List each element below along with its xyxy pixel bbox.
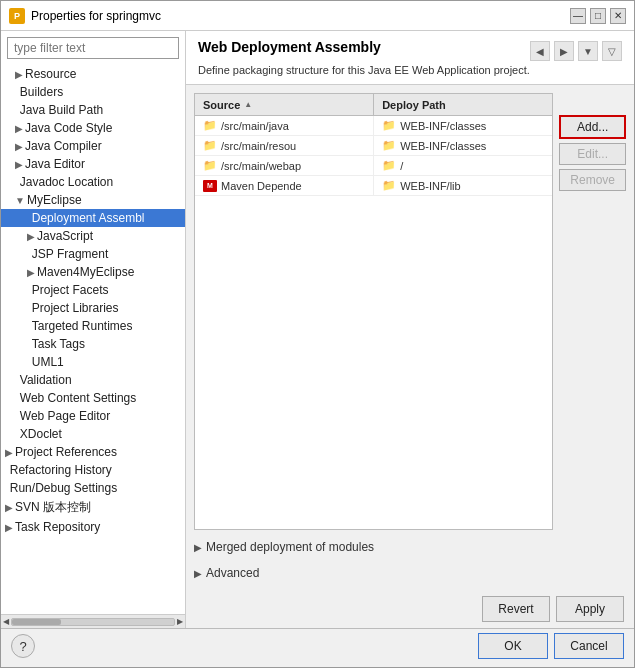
expand-arrow xyxy=(5,483,8,494)
maximize-button[interactable]: □ xyxy=(590,8,606,24)
panel-description: Define packaging structure for this Java… xyxy=(198,63,622,78)
expand-arrow xyxy=(5,465,8,476)
expand-arrow xyxy=(27,339,30,350)
sidebar-item-javadoc-location[interactable]: Javadoc Location xyxy=(1,173,185,191)
sidebar-item-label: Java Compiler xyxy=(25,139,102,153)
collapsed-arrow: ▶ xyxy=(194,542,202,553)
remove-button[interactable]: Remove xyxy=(559,169,626,191)
deploy-cell: 📁 WEB-INF/classes xyxy=(374,116,552,135)
help-button[interactable]: ? xyxy=(11,634,35,658)
expand-arrow xyxy=(15,105,18,116)
filter-input[interactable] xyxy=(7,37,179,59)
deploy-cell: 📁 / xyxy=(374,156,552,175)
deploy-path-column-header: Deploy Path xyxy=(374,94,552,115)
sidebar-item-refactoring-history[interactable]: Refactoring History xyxy=(1,461,185,479)
deployment-table: Source ▲ Deploy Path 📁 xyxy=(194,93,553,530)
sidebar-item-java-compiler[interactable]: ▶ Java Compiler xyxy=(1,137,185,155)
forward-button[interactable]: ▶ xyxy=(554,41,574,61)
left-panel: ▶ Resource Builders Java Build Path ▶ Ja… xyxy=(1,31,186,628)
merged-deployment-section[interactable]: ▶ Merged deployment of modules xyxy=(194,538,626,556)
scroll-right-arrow[interactable]: ▶ xyxy=(177,617,183,626)
sidebar-item-task-tags[interactable]: Task Tags xyxy=(1,335,185,353)
merged-deployment-label: Merged deployment of modules xyxy=(206,540,374,554)
dropdown-button[interactable]: ▽ xyxy=(602,41,622,61)
sidebar-item-project-libraries[interactable]: Project Libraries xyxy=(1,299,185,317)
expand-arrow xyxy=(15,87,18,98)
title-bar-controls: — □ ✕ xyxy=(570,8,626,24)
ok-button[interactable]: OK xyxy=(478,633,548,659)
table-row[interactable]: 📁 /src/main/resou 📁 WEB-INF/classes xyxy=(195,136,552,156)
bottom-buttons: Revert Apply xyxy=(186,590,634,628)
down-button[interactable]: ▼ xyxy=(578,41,598,61)
sidebar-item-jsp-fragment[interactable]: JSP Fragment xyxy=(1,245,185,263)
right-header: Web Deployment Assembly ◀ ▶ ▼ ▽ Define p… xyxy=(186,31,634,85)
sidebar-item-label: JSP Fragment xyxy=(32,247,108,261)
apply-button[interactable]: Apply xyxy=(556,596,624,622)
advanced-label: Advanced xyxy=(206,566,259,580)
expand-arrow: ▶ xyxy=(5,522,13,533)
sidebar-item-web-content-settings[interactable]: Web Content Settings xyxy=(1,389,185,407)
sidebar-item-project-references[interactable]: ▶ Project References xyxy=(1,443,185,461)
expand-arrow xyxy=(27,213,30,224)
sidebar-item-validation[interactable]: Validation xyxy=(1,371,185,389)
sidebar-item-label: Project References xyxy=(15,445,117,459)
source-column-header: Source ▲ xyxy=(195,94,374,115)
sidebar-item-project-facets[interactable]: Project Facets xyxy=(1,281,185,299)
scroll-track[interactable] xyxy=(11,618,175,626)
close-button[interactable]: ✕ xyxy=(610,8,626,24)
source-cell: 📁 /src/main/webap xyxy=(195,156,374,175)
maven-icon: M xyxy=(203,180,217,192)
table-section: Source ▲ Deploy Path 📁 xyxy=(194,93,626,530)
expand-arrow xyxy=(15,393,18,404)
sidebar-item-java-code-style[interactable]: ▶ Java Code Style xyxy=(1,119,185,137)
minimize-button[interactable]: — xyxy=(570,8,586,24)
right-panel: Web Deployment Assembly ◀ ▶ ▼ ▽ Define p… xyxy=(186,31,634,628)
deploy-value: WEB-INF/lib xyxy=(400,180,461,192)
horizontal-scrollbar[interactable]: ◀ ▶ xyxy=(1,614,185,628)
sidebar-item-uml1[interactable]: UML1 xyxy=(1,353,185,371)
table-row[interactable]: 📁 /src/main/webap 📁 / xyxy=(195,156,552,176)
sidebar-item-builders[interactable]: Builders xyxy=(1,83,185,101)
sidebar-item-svn[interactable]: ▶ SVN 版本控制 xyxy=(1,497,185,518)
folder-icon: 📁 xyxy=(382,139,396,152)
sidebar-item-label: Refactoring History xyxy=(10,463,112,477)
scroll-thumb[interactable] xyxy=(12,619,61,625)
sidebar-item-label: Javadoc Location xyxy=(20,175,113,189)
sidebar-item-label: Builders xyxy=(20,85,63,99)
sidebar-item-web-page-editor[interactable]: Web Page Editor xyxy=(1,407,185,425)
source-value: /src/main/webap xyxy=(221,160,301,172)
sidebar-item-label: Resource xyxy=(25,67,76,81)
revert-button[interactable]: Revert xyxy=(482,596,550,622)
sidebar-item-label: JavaScript xyxy=(37,229,93,243)
sidebar-item-deployment-assembly[interactable]: Deployment Assembl xyxy=(1,209,185,227)
expand-arrow xyxy=(15,429,18,440)
expand-arrow: ▶ xyxy=(5,447,13,458)
sidebar-item-xdoclet[interactable]: XDoclet xyxy=(1,425,185,443)
edit-button[interactable]: Edit... xyxy=(559,143,626,165)
sidebar-item-java-build-path[interactable]: Java Build Path xyxy=(1,101,185,119)
scroll-left-arrow[interactable]: ◀ xyxy=(3,617,9,626)
sidebar-item-java-editor[interactable]: ▶ Java Editor xyxy=(1,155,185,173)
folder-icon: 📁 xyxy=(203,159,217,172)
expand-arrow xyxy=(15,177,18,188)
sidebar-item-javascript[interactable]: ▶ JavaScript xyxy=(1,227,185,245)
window-title: Properties for springmvc xyxy=(31,9,161,23)
table-row[interactable]: M Maven Depende 📁 WEB-INF/lib xyxy=(195,176,552,196)
add-button[interactable]: Add... xyxy=(559,115,626,139)
advanced-section[interactable]: ▶ Advanced xyxy=(194,564,626,582)
expand-arrow: ▼ xyxy=(15,195,25,206)
source-cell: 📁 /src/main/resou xyxy=(195,136,374,155)
back-button[interactable]: ◀ xyxy=(530,41,550,61)
source-cell: M Maven Depende xyxy=(195,176,374,195)
cancel-button[interactable]: Cancel xyxy=(554,633,624,659)
sidebar-item-targeted-runtimes[interactable]: Targeted Runtimes xyxy=(1,317,185,335)
expand-arrow: ▶ xyxy=(15,69,23,80)
sidebar-item-label: Task Repository xyxy=(15,520,100,534)
sidebar-item-run-debug-settings[interactable]: Run/Debug Settings xyxy=(1,479,185,497)
sidebar-item-maven4myeclipse[interactable]: ▶ Maven4MyEclipse xyxy=(1,263,185,281)
sidebar-item-resource[interactable]: ▶ Resource xyxy=(1,65,185,83)
table-row[interactable]: 📁 /src/main/java 📁 WEB-INF/classes xyxy=(195,116,552,136)
sidebar-item-task-repository[interactable]: ▶ Task Repository xyxy=(1,518,185,536)
sidebar-item-myeclipse[interactable]: ▼ MyEclipse xyxy=(1,191,185,209)
sidebar-item-label: Task Tags xyxy=(32,337,85,351)
